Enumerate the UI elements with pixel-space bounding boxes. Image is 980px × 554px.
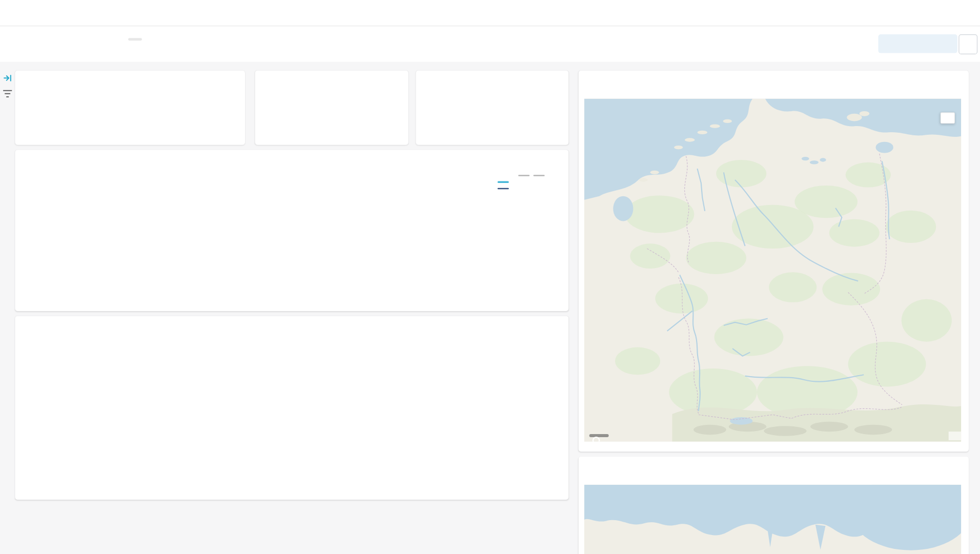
legend-item-measurements[interactable] bbox=[498, 181, 565, 182]
edit-dashboard-button[interactable] bbox=[878, 34, 957, 53]
map-base-tiles bbox=[584, 485, 961, 554]
kpi-card-days bbox=[416, 71, 568, 145]
filter-icon[interactable] bbox=[3, 89, 13, 100]
measurements-per-water-panel bbox=[15, 316, 568, 500]
water-level-deviation-panel bbox=[579, 71, 969, 452]
legend-item-stations[interactable] bbox=[498, 188, 565, 189]
kpi-value bbox=[416, 79, 568, 86]
measurements-per-hour-panel bbox=[15, 150, 568, 311]
donut-chart[interactable] bbox=[15, 339, 568, 500]
kpi-sparkline bbox=[25, 126, 235, 139]
draft-badge bbox=[128, 38, 142, 40]
chart-title bbox=[15, 316, 568, 325]
kpi-value bbox=[15, 79, 245, 86]
top-navbar bbox=[0, 0, 980, 26]
legend-swatch bbox=[498, 181, 509, 182]
legend-inv-button[interactable] bbox=[534, 175, 545, 176]
kpi-card-measurements bbox=[15, 71, 245, 145]
kpi-value bbox=[255, 79, 409, 86]
mapbox-logo-icon bbox=[593, 437, 600, 442]
kpi-card-stations bbox=[255, 71, 409, 145]
legend-swatch bbox=[498, 188, 509, 189]
stations-distribution-panel bbox=[579, 457, 969, 554]
map-attribution bbox=[949, 432, 962, 440]
kpi-title bbox=[255, 71, 409, 79]
expand-filter-bar-icon[interactable] bbox=[3, 73, 13, 86]
stations-map[interactable] bbox=[584, 485, 961, 554]
deviation-map[interactable] bbox=[584, 99, 961, 442]
legend-all-button[interactable] bbox=[518, 175, 529, 176]
kpi-title bbox=[416, 71, 568, 79]
chart-title bbox=[15, 150, 568, 158]
chart-title bbox=[579, 457, 969, 465]
kpi-title bbox=[15, 71, 245, 79]
map-legend bbox=[941, 112, 955, 124]
chart-legend bbox=[498, 175, 565, 189]
dashboard-header bbox=[0, 26, 980, 61]
map-base-tiles bbox=[584, 99, 961, 442]
line-chart[interactable] bbox=[20, 175, 497, 303]
chart-title bbox=[579, 71, 969, 79]
dashboard-content bbox=[0, 62, 980, 554]
dashboard-more-button[interactable] bbox=[958, 34, 977, 54]
mapbox-logo[interactable] bbox=[589, 434, 609, 437]
